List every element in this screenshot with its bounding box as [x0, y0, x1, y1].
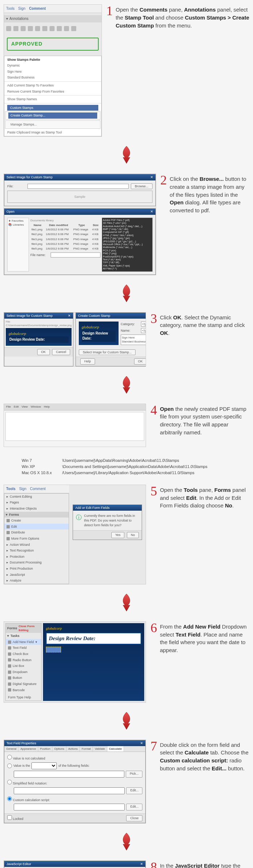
filetype-dropdown[interactable]: Adobe PDF Files (*.pdf)3D Files (*.u3d,*…: [102, 218, 153, 272]
close-icon[interactable]: ✕: [150, 209, 153, 214]
props-tab-appearance[interactable]: Appearance: [18, 746, 38, 752]
insert-icon[interactable]: [57, 26, 62, 31]
replace-icon[interactable]: [64, 26, 69, 31]
field-barcode[interactable]: Barcode: [6, 687, 41, 693]
pick-button[interactable]: Pick...: [126, 771, 143, 778]
close-form-editing[interactable]: Close Form Editing: [19, 624, 40, 632]
filetype-option[interactable]: Multimedia (*.mov,*.avi,...): [103, 246, 151, 249]
close-button[interactable]: Close: [126, 815, 142, 821]
filetype-option[interactable]: Autodesk AutoCAD (*.dwg,*.dwt,...): [103, 225, 151, 228]
table-row[interactable]: file3.png1/6/2012 6:06 PMPNG image4 KB: [30, 237, 100, 242]
sec-javascript[interactable]: ▸ JavaScript: [4, 572, 69, 578]
sum-select[interactable]: [31, 762, 57, 769]
field-list[interactable]: List Box: [6, 663, 41, 669]
table-row[interactable]: file1.png1/6/2012 6:06 PMPNG image4 KB: [30, 227, 100, 232]
add-new-field[interactable]: Add New Field ▾: [6, 639, 41, 645]
menu-help[interactable]: Help: [44, 405, 50, 409]
filetype-option[interactable]: Text (*.txt,*.text): [103, 258, 151, 261]
edit-button-2[interactable]: Edit...: [126, 804, 142, 810]
category-input[interactable]: [141, 322, 146, 327]
filetype-option[interactable]: Compuserve GIF (*.gif): [103, 231, 151, 234]
menu-show-palette[interactable]: Show Stamps Palette: [4, 57, 101, 63]
filetype-option[interactable]: PCX (*.pcx): [103, 249, 151, 252]
tab-comment[interactable]: Comment: [29, 6, 46, 11]
filetype-option[interactable]: PNG (*.png): [103, 252, 151, 255]
tab-comment[interactable]: Comment: [30, 486, 46, 492]
forms-distribute[interactable]: Distribute: [4, 529, 69, 536]
yes-button[interactable]: Yes: [111, 532, 125, 538]
sec-protection[interactable]: ▸ Protection: [4, 554, 69, 560]
close-icon[interactable]: ✕: [150, 175, 153, 180]
tab-tools[interactable]: Tools: [6, 6, 14, 11]
option-std-business[interactable]: Standard Business: [122, 340, 146, 344]
filename-input[interactable]: [51, 252, 100, 258]
menu-manage-stamps[interactable]: Manage Stamps...: [8, 122, 97, 128]
attach-icon[interactable]: [28, 26, 33, 31]
text-icon[interactable]: [21, 26, 26, 31]
sec-doc-processing[interactable]: ▸ Document Processing: [4, 559, 69, 566]
stamp-icon[interactable]: [35, 26, 40, 31]
highlight-icon[interactable]: [13, 26, 18, 31]
filetype-option[interactable]: JPEG (*.jpg,*.jpeg,*.jpe): [103, 237, 151, 240]
sec-analyze[interactable]: ▸ Analyze: [4, 578, 69, 584]
props-tab-calculate[interactable]: Calculate: [107, 746, 124, 752]
note-icon[interactable]: [6, 26, 11, 31]
forms-create[interactable]: Create: [4, 518, 69, 524]
field-checkbox[interactable]: Check Box: [6, 651, 41, 657]
menu-std-business[interactable]: Standard Business: [4, 75, 101, 81]
file-input[interactable]: [27, 184, 129, 189]
help-button[interactable]: Help: [80, 358, 95, 365]
sec-text-recog[interactable]: ▸ Text Recognition: [4, 548, 69, 554]
no-button[interactable]: No: [127, 532, 139, 538]
menu-custom-stamps[interactable]: Custom Stamps: [7, 105, 98, 111]
filetype-option[interactable]: All Files (*.*): [103, 267, 151, 270]
sec-interactive[interactable]: ▸ Interactive Objects: [4, 506, 69, 512]
filetype-option[interactable]: Microsoft Office (*.doc,*.xls,*.ppt,...): [103, 243, 151, 246]
props-tab-general[interactable]: General: [4, 746, 18, 752]
forms-more[interactable]: More Form Options: [4, 536, 69, 542]
field-dropdown[interactable]: Dropdown: [6, 669, 41, 675]
menu-dynamic[interactable]: Dynamic: [4, 63, 101, 69]
filetype-option[interactable]: PostScript/EPS (*.ps,*.eps): [103, 255, 151, 258]
table-row[interactable]: file5.png1/6/2012 6:06 PMPNG image4 KB: [30, 246, 100, 251]
menu-view[interactable]: View: [22, 405, 28, 409]
menu-add-favorite[interactable]: Add Current Stamp To Favorites: [4, 82, 101, 89]
tab-tools[interactable]: Tools: [6, 486, 16, 492]
menu-show-names[interactable]: Show Stamp Names: [4, 96, 101, 102]
radio-value-is[interactable]: [7, 763, 12, 768]
strike-icon[interactable]: [50, 26, 55, 31]
props-tab-position[interactable]: Position: [38, 746, 52, 752]
select-image-button[interactable]: Select Image for Custom Stamp...: [79, 349, 136, 356]
filetype-option[interactable]: Adobe PDF Files (*.pdf): [103, 219, 151, 222]
close-icon[interactable]: ✕: [140, 741, 143, 746]
placed-text-field[interactable]: [46, 647, 61, 652]
table-row[interactable]: file2.png1/6/2012 6:06 PMPNG image4 KB: [30, 232, 100, 237]
radio-custom-script[interactable]: [7, 796, 12, 801]
menu-edit[interactable]: Edit: [14, 405, 19, 409]
locked-checkbox[interactable]: [7, 815, 12, 820]
props-tab-options[interactable]: Options: [52, 746, 67, 752]
menu-remove-favorite[interactable]: Remove Current Stamp From Favorites: [4, 89, 101, 95]
forms-edit[interactable]: Edit: [4, 524, 69, 530]
category-options[interactable]: Sign Here Standard Business: [121, 335, 146, 345]
filetype-option[interactable]: HTML (*.html,*.htm,*.shtml): [103, 234, 151, 237]
tab-sign[interactable]: Sign: [18, 6, 25, 11]
filetype-option[interactable]: JPEG2000 (*.jpf,*.jpx,*.jp2,...): [103, 240, 151, 243]
sec-pages[interactable]: ▸ Pages: [4, 499, 69, 506]
field-button[interactable]: Button: [6, 675, 41, 681]
name-input[interactable]: [141, 328, 146, 333]
close-icon[interactable]: ✕: [68, 314, 71, 318]
form-type-help[interactable]: Form Type Help: [6, 694, 41, 701]
draw-icon[interactable]: [71, 26, 76, 31]
radio-simplified[interactable]: [7, 780, 12, 784]
filetype-option[interactable]: TIFF (*.tif,*.tiff): [103, 261, 151, 264]
underline-icon[interactable]: [42, 26, 47, 31]
simplified-input[interactable]: [14, 787, 125, 794]
table-row[interactable]: file4.png1/6/2012 6:06 PMPNG image4 KB: [30, 242, 100, 246]
close-icon[interactable]: ✕: [140, 862, 143, 867]
sec-print-prod[interactable]: ▸ Print Production: [4, 566, 69, 572]
props-tab-actions[interactable]: Actions: [67, 746, 80, 752]
menu-paste-clipboard[interactable]: Paste Clipboard Image as Stamp Tool: [4, 129, 101, 136]
ok-button[interactable]: OK: [134, 358, 146, 365]
props-tab-validate[interactable]: Validate: [93, 746, 107, 752]
